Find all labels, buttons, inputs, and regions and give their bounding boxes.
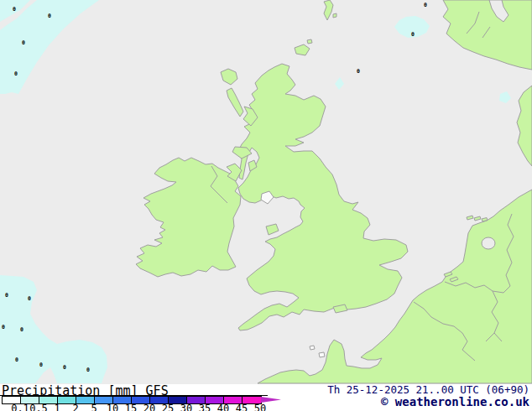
legend-scale-label: 25 — [162, 403, 174, 411]
zero-precip-marker: 0 — [5, 292, 8, 299]
zero-precip-marker: 0 — [357, 68, 360, 75]
legend-scale-label: 2 — [72, 403, 78, 411]
legend-scale-label: 45 — [236, 403, 248, 411]
zero-precip-marker: 0 — [28, 295, 31, 302]
zero-precip-marker: 0 — [22, 39, 25, 46]
legend-scale-label: 10 — [107, 403, 118, 411]
legend-scale-label: 1 — [54, 403, 60, 411]
zero-precip-marker: 0 — [15, 356, 18, 363]
legend-scale-label: 35 — [199, 403, 211, 411]
zero-precip-marker: 0 — [14, 70, 18, 77]
zero-precip-marker: 0 — [48, 13, 51, 19]
legend-scale-label: 0.5 — [29, 403, 48, 411]
weather-map-page: 000000000000000 Precipitation [mm] GFS 0… — [0, 0, 532, 411]
ijsselmeer-lake — [482, 237, 495, 249]
legend-scale-label: 15 — [125, 403, 137, 411]
legend-scale-label: 20 — [143, 403, 155, 411]
weather-map: 000000000000000 — [0, 0, 532, 384]
zero-precip-marker: 0 — [20, 326, 23, 333]
forecast-datetime: Th 25-12-2025 21..00 UTC (06+90) — [327, 383, 529, 396]
zero-precip-marker: 0 — [13, 6, 16, 13]
zero-precip-marker: 0 — [63, 364, 66, 371]
legend-scale-label: 50 — [254, 403, 266, 411]
legend-scale-label: 5 — [91, 403, 96, 411]
zero-precip-marker: 0 — [424, 2, 427, 8]
legend-scale-label: 30 — [180, 403, 192, 411]
zero-precip-marker: 0 — [39, 362, 43, 368]
legend-scale-label: 40 — [217, 403, 229, 411]
legend: Precipitation [mm] GFS 0.10.512510152025… — [0, 384, 532, 411]
legend-scale-labels: 0.10.5125101520253035404550 — [0, 403, 285, 411]
zero-precip-marker: 0 — [2, 324, 5, 330]
legend-scale-label: 0.1 — [11, 403, 29, 411]
zero-precip-marker: 0 — [86, 367, 90, 373]
zero-precip-marker: 0 — [411, 31, 415, 38]
copyright-watermark: © weatheronline.co.uk — [381, 395, 529, 408]
